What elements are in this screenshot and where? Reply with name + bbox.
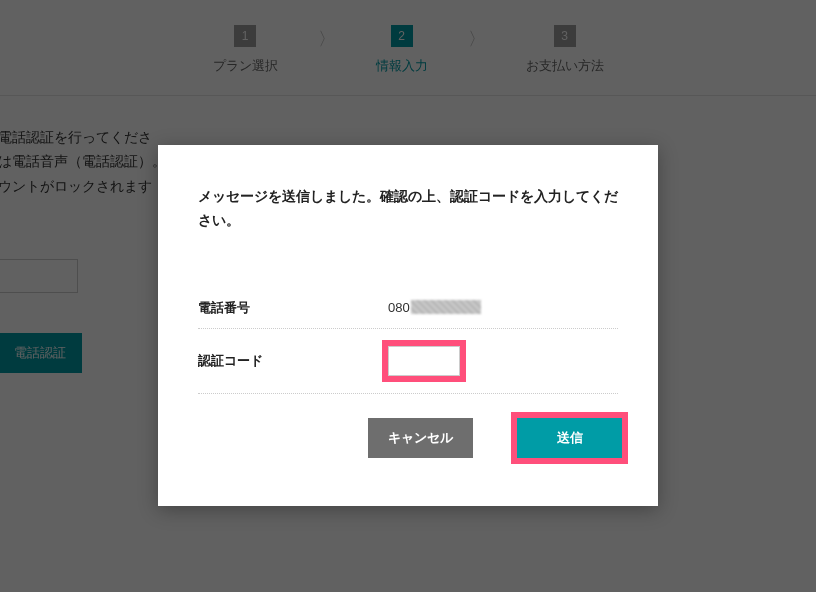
code-label: 認証コード bbox=[198, 352, 388, 370]
code-value bbox=[388, 340, 466, 382]
phone-value: 080 bbox=[388, 300, 481, 315]
phone-label: 電話番号 bbox=[198, 299, 388, 317]
modal-title: メッセージを送信しました。確認の上、認証コードを入力してください。 bbox=[198, 185, 618, 233]
phone-masked bbox=[411, 300, 481, 314]
code-highlight bbox=[382, 340, 466, 382]
submit-button[interactable]: 送信 bbox=[517, 418, 622, 458]
verification-code-input[interactable] bbox=[388, 346, 460, 376]
cancel-button[interactable]: キャンセル bbox=[368, 418, 473, 458]
phone-prefix: 080 bbox=[388, 300, 410, 315]
submit-highlight: 送信 bbox=[511, 412, 628, 464]
phone-row: 電話番号 080 bbox=[198, 288, 618, 329]
modal-actions: キャンセル 送信 bbox=[198, 418, 618, 458]
verification-modal: メッセージを送信しました。確認の上、認証コードを入力してください。 電話番号 0… bbox=[158, 145, 658, 506]
code-row: 認証コード bbox=[198, 329, 618, 394]
